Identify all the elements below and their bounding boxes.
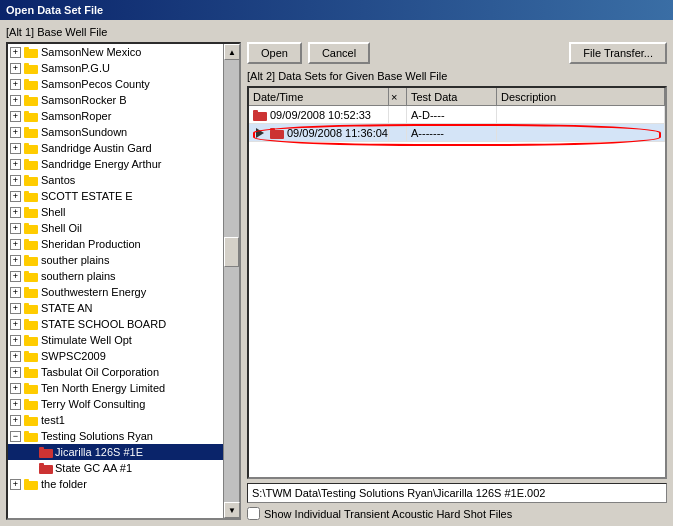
expand-icon[interactable]: + (10, 175, 21, 186)
expand-icon[interactable]: + (10, 47, 21, 58)
tree-item-tenNorthEnergy[interactable]: + Ten North Energy Limited (8, 380, 223, 396)
tree-item-label: SamsonRocker B (41, 94, 127, 106)
expand-icon[interactable]: + (10, 335, 21, 346)
expand-icon[interactable]: + (10, 207, 21, 218)
tree-item-samsonSundown[interactable]: + SamsonSundown (8, 124, 223, 140)
svg-rect-83 (253, 110, 258, 113)
table-body[interactable]: 09/09/2008 10:52:33 A-D---- 09/09/2008 1… (249, 106, 665, 477)
folder-icon (23, 221, 39, 235)
tree-item-label: souther plains (41, 254, 110, 266)
expand-icon[interactable]: + (10, 367, 21, 378)
tree-item-samsonPecosCounty[interactable]: + SamsonPecos County (8, 76, 223, 92)
expand-icon[interactable]: + (10, 319, 21, 330)
folder-icon (23, 269, 39, 283)
expand-icon[interactable]: + (10, 239, 21, 250)
open-button[interactable]: Open (247, 42, 302, 64)
tree-scroll[interactable]: + SamsonNew Mexico+ SamsonP.G.U+ SamsonP… (8, 44, 223, 518)
expand-icon[interactable]: + (10, 159, 21, 170)
tree-item-stimulateWell[interactable]: + Stimulate Well Opt (8, 332, 223, 348)
main-btn-group: Open Cancel (247, 42, 370, 64)
svg-rect-29 (24, 191, 29, 194)
hard-shot-checkbox[interactable] (247, 507, 260, 520)
main-content: + SamsonNew Mexico+ SamsonP.G.U+ SamsonP… (6, 42, 667, 520)
folder-icon (23, 125, 39, 139)
svg-rect-56 (24, 335, 29, 338)
td-x (389, 124, 407, 141)
cancel-button[interactable]: Cancel (308, 42, 370, 64)
expand-icon[interactable]: + (10, 111, 21, 122)
expand-icon[interactable]: + (10, 303, 21, 314)
folder-icon (23, 301, 39, 315)
tree-scrollbar[interactable]: ▲ ▼ (223, 44, 239, 518)
tree-item-theFolder[interactable]: + the folder (8, 476, 223, 492)
folder-icon (23, 333, 39, 347)
tree-item-shell[interactable]: + Shell (8, 204, 223, 220)
tree-item-testingSolutionsRyan[interactable]: − Testing Solutions Ryan (8, 428, 223, 444)
tree-item-stateGCAA1[interactable]: State GC AA #1 (8, 460, 223, 476)
checkbox-row: Show Individual Transient Acoustic Hard … (247, 507, 667, 520)
play-icon (253, 126, 267, 140)
folder-icon (23, 253, 39, 267)
tree-item-samsonPGU[interactable]: + SamsonP.G.U (8, 60, 223, 76)
tree-item-samsonNewMexico[interactable]: + SamsonNew Mexico (8, 44, 223, 60)
expand-icon[interactable]: − (10, 431, 21, 442)
tree-item-label: Jicarilla 126S #1E (55, 446, 143, 458)
scroll-up-btn[interactable]: ▲ (224, 44, 240, 60)
folder-icon (23, 397, 39, 411)
tree-item-label: STATE AN (41, 302, 93, 314)
tree-item-label: southern plains (41, 270, 116, 282)
table-row[interactable]: 09/09/2008 11:36:04 A------- (249, 124, 665, 142)
expand-icon[interactable]: + (10, 95, 21, 106)
tree-item-sheridanProduction[interactable]: + Sheridan Production (8, 236, 223, 252)
svg-rect-59 (24, 351, 29, 354)
tree-item-label: SamsonRoper (41, 110, 111, 122)
scroll-down-btn[interactable]: ▼ (224, 502, 240, 518)
expand-icon[interactable]: + (10, 223, 21, 234)
expand-icon[interactable]: + (10, 287, 21, 298)
folder-icon (23, 381, 39, 395)
tree-item-southwesternEnergy[interactable]: + Southwestern Energy (8, 284, 223, 300)
tree-item-label: SamsonPecos County (41, 78, 150, 90)
expand-icon[interactable]: + (10, 415, 21, 426)
expand-icon[interactable]: + (10, 399, 21, 410)
tree-item-sandridgeEnergy[interactable]: + Sandridge Energy Arthur (8, 156, 223, 172)
expand-icon[interactable]: + (10, 255, 21, 266)
tree-item-label: test1 (41, 414, 65, 426)
tree-item-shellOil[interactable]: + Shell Oil (8, 220, 223, 236)
tree-item-test1[interactable]: + test1 (8, 412, 223, 428)
file-transfer-button[interactable]: File Transfer... (569, 42, 667, 64)
tree-item-southernPlains[interactable]: + southern plains (8, 268, 223, 284)
expand-icon[interactable]: + (10, 351, 21, 362)
expand-icon[interactable]: + (10, 191, 21, 202)
tree-item-label: SamsonP.G.U (41, 62, 110, 74)
tree-item-tasbulatOil[interactable]: + Tasbulat Oil Corporation (8, 364, 223, 380)
expand-icon[interactable]: + (10, 479, 21, 490)
expand-icon[interactable]: + (10, 127, 21, 138)
tree-item-southerPlains[interactable]: + souther plains (8, 252, 223, 268)
expand-icon[interactable]: + (10, 383, 21, 394)
tree-item-swpsc2009[interactable]: + SWPSC2009 (8, 348, 223, 364)
hard-shot-label[interactable]: Show Individual Transient Acoustic Hard … (264, 508, 512, 520)
expand-icon[interactable]: + (10, 63, 21, 74)
tree-item-terryWolf[interactable]: + Terry Wolf Consulting (8, 396, 223, 412)
tree-item-stateSchoolBoard[interactable]: + STATE SCHOOL BOARD (8, 316, 223, 332)
tree-item-stateAN[interactable]: + STATE AN (8, 300, 223, 316)
tree-item-label: SamsonSundown (41, 126, 127, 138)
tree-item-samsonRoper[interactable]: + SamsonRoper (8, 108, 223, 124)
svg-rect-77 (39, 465, 53, 474)
svg-rect-20 (24, 143, 29, 146)
tree-item-jicarilla126S1E[interactable]: Jicarilla 126S #1E (8, 444, 223, 460)
tree-item-label: the folder (41, 478, 87, 490)
folder-icon (23, 93, 39, 107)
tree-item-samsonRockerB[interactable]: + SamsonRocker B (8, 92, 223, 108)
table-row[interactable]: 09/09/2008 10:52:33 A-D---- (249, 106, 665, 124)
svg-marker-84 (256, 128, 264, 138)
expand-icon[interactable]: + (10, 271, 21, 282)
expand-icon[interactable]: + (10, 143, 21, 154)
folder-icon (23, 45, 39, 59)
tree-item-sandridgeAustin[interactable]: + Sandridge Austin Gard (8, 140, 223, 156)
tree-item-scottEstate[interactable]: + SCOTT ESTATE E (8, 188, 223, 204)
tree-item-santos[interactable]: + Santos (8, 172, 223, 188)
expand-icon[interactable]: + (10, 79, 21, 90)
scroll-thumb[interactable] (224, 237, 239, 267)
